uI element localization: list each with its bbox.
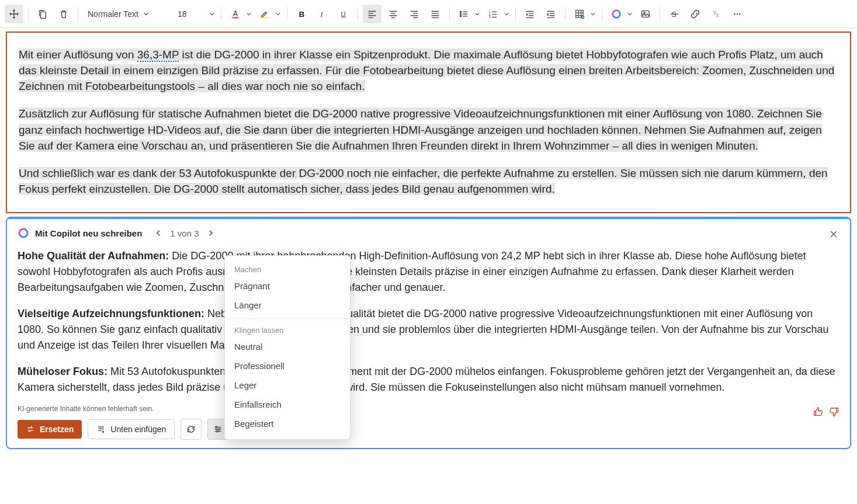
font-size-dropdown[interactable] <box>208 5 216 23</box>
regenerate-button[interactable] <box>181 419 202 440</box>
menu-item-begeistert[interactable]: Begeistert <box>225 414 350 433</box>
svg-rect-1 <box>233 17 239 18</box>
number-list-icon[interactable]: 123 <box>484 5 502 23</box>
svg-point-19 <box>737 13 738 14</box>
copilot-icon[interactable] <box>607 5 626 23</box>
highlight-dropdown[interactable] <box>274 5 282 23</box>
copy-icon[interactable] <box>33 5 52 23</box>
menu-item-einfallsreich[interactable]: Einfallsreich <box>225 395 350 414</box>
text-style-select[interactable]: Normaler Text <box>83 5 171 23</box>
insert-below-button[interactable]: Unten einfügen <box>88 419 175 439</box>
align-right-icon[interactable] <box>405 5 424 23</box>
pager-next-icon[interactable] <box>204 226 218 240</box>
delete-icon[interactable] <box>54 5 73 23</box>
indent-increase-icon[interactable] <box>521 5 539 23</box>
thumbs-up-icon[interactable] <box>813 406 823 419</box>
number-list-dropdown[interactable] <box>502 5 511 23</box>
svg-rect-2 <box>261 17 269 18</box>
panel-header: Mit Copilot neu schreiben 1 von 3 <box>18 226 839 240</box>
svg-point-20 <box>739 13 740 14</box>
close-icon[interactable] <box>825 226 842 242</box>
text-style-label: Normaler Text <box>88 9 138 19</box>
panel-actions: Ersetzen Unten einfügen <box>18 419 839 440</box>
svg-point-14 <box>613 10 620 18</box>
svg-point-6 <box>460 11 462 12</box>
feedback-thumbs <box>813 406 839 419</box>
more-icon[interactable] <box>728 5 747 23</box>
copilot-dropdown[interactable] <box>626 5 634 23</box>
menu-item-neutral[interactable]: Neutral <box>225 337 350 356</box>
copilot-rewrite-panel: Mit Copilot neu schreiben 1 von 3 Hohe Q… <box>6 217 851 449</box>
suggestion-body: Hohe Qualität der Aufnahmen: Die DG-2000… <box>18 248 839 395</box>
ai-disclaimer: KI-generierte Inhalte können fehlerhaft … <box>18 405 839 413</box>
svg-text:I: I <box>320 10 323 18</box>
svg-point-21 <box>19 229 27 237</box>
menu-group-sound: Klingen lassen <box>225 322 350 337</box>
pager-prev-icon[interactable] <box>151 226 165 240</box>
svg-text:3: 3 <box>489 15 491 19</box>
bullet-list-icon[interactable] <box>454 5 473 23</box>
svg-point-18 <box>734 13 735 14</box>
unlink-icon[interactable] <box>707 5 726 23</box>
font-color-dropdown[interactable] <box>245 5 253 23</box>
heading-3: Müheloser Fokus: <box>18 366 110 377</box>
replace-arrows-icon <box>26 425 35 434</box>
menu-group-make: Machen <box>225 262 350 276</box>
move-icon[interactable] <box>5 5 23 23</box>
pager-label: 1 von 3 <box>170 228 199 238</box>
align-justify-icon[interactable] <box>426 5 445 23</box>
link-icon[interactable] <box>686 5 705 23</box>
font-color-icon[interactable] <box>226 5 245 23</box>
adjust-sliders-icon <box>213 424 223 435</box>
panel-title: Mit Copilot neu schreiben <box>35 228 142 238</box>
svg-point-24 <box>217 431 218 433</box>
svg-rect-0 <box>40 12 46 18</box>
italic-icon[interactable]: I <box>313 5 332 23</box>
bullet-list-dropdown[interactable] <box>473 5 481 23</box>
insert-below-label: Unten einfügen <box>110 425 166 434</box>
menu-item-langer[interactable]: Länger <box>225 296 350 315</box>
svg-point-22 <box>216 426 217 428</box>
replace-label: Ersetzen <box>40 425 74 434</box>
menu-item-pragnant[interactable]: Prägnant <box>225 276 350 296</box>
svg-point-23 <box>219 429 221 430</box>
font-size-label: 18 <box>178 9 187 19</box>
copilot-logo-icon <box>18 227 29 239</box>
adjust-menu: Machen Prägnant Länger Klingen lassen Ne… <box>224 255 351 440</box>
image-icon[interactable] <box>636 5 655 23</box>
text-3: Mit 53 Autofokuspunkten lässt sich der p… <box>18 366 835 393</box>
menu-item-professionell[interactable]: Professionell <box>225 356 350 376</box>
document-selection[interactable]: Mit einer Auflösung von 36,3-MP ist die … <box>6 32 851 213</box>
font-size-select[interactable]: 18 <box>173 5 206 23</box>
heading-2: Vielseitige Aufzeichnungsfunktionen: <box>18 308 207 319</box>
align-left-icon[interactable] <box>363 5 381 23</box>
doc-paragraph-3: Und schließlich war es dank der 53 Autof… <box>19 165 838 197</box>
heading-1: Hohe Qualität der Aufnahmen: <box>18 250 172 262</box>
doc-paragraph-1: Mit einer Auflösung von 36,3-MP ist die … <box>19 47 838 94</box>
thumbs-down-icon[interactable] <box>829 406 839 419</box>
bold-icon[interactable]: B <box>292 5 311 23</box>
svg-text:B: B <box>299 9 305 18</box>
svg-text:U: U <box>341 9 346 17</box>
table-dropdown[interactable] <box>589 5 597 23</box>
underline-icon[interactable]: U <box>334 5 353 23</box>
table-icon[interactable] <box>570 5 589 23</box>
replace-button[interactable]: Ersetzen <box>18 420 82 439</box>
svg-point-8 <box>460 15 462 16</box>
insert-below-icon <box>96 425 106 434</box>
menu-item-leger[interactable]: Leger <box>225 376 350 395</box>
suggestion-pager: 1 von 3 <box>151 226 217 240</box>
spellcheck-mark: 36,3-MP <box>137 48 179 62</box>
highlight-icon[interactable] <box>255 5 274 23</box>
indent-decrease-icon[interactable] <box>542 5 560 23</box>
align-center-icon[interactable] <box>384 5 403 23</box>
doc-paragraph-2: Zusätzlich zur Auflösung für statische A… <box>19 106 838 153</box>
svg-rect-15 <box>642 11 650 17</box>
toolbar: Normaler Text 18 B I U 123 S <box>0 0 857 28</box>
svg-point-7 <box>460 13 462 14</box>
regenerate-icon <box>186 424 196 435</box>
strikethrough-icon[interactable]: S <box>665 5 683 23</box>
